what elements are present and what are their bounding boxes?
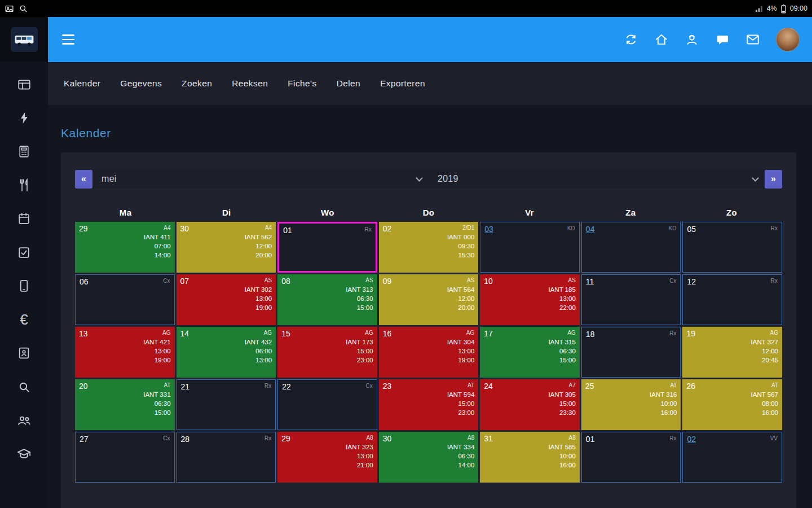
calendar-cell[interactable]: 11Cx [581,274,681,325]
battery-percent: 4% [767,5,777,12]
sidebar-item-tasks[interactable] [0,236,48,270]
calendar-cell[interactable]: 25ATIANT 31610:0016:00 [581,379,681,430]
calendar-grid: 29A4IANT 41107:0014:0030A4IANT 56212:002… [75,222,782,483]
calendar-cell[interactable]: 12Rx [682,274,782,325]
avatar[interactable] [776,28,800,51]
cell-shift-details: IANT 41107:0014:00 [144,233,171,260]
calendar-cell[interactable]: 07ASIANT 30213:0019:00 [176,274,276,325]
chat-icon[interactable] [715,32,730,47]
month-navigation: « mei 2019 » [75,169,782,189]
calendar-cell[interactable]: 13AGIANT 42113:0019:00 [75,327,175,378]
cell-shift-details: IANT 30515:0023:30 [548,390,575,417]
checkbox-icon [17,246,31,260]
cell-shift-code: AS [568,277,576,283]
sidebar-item-restaurant[interactable] [0,169,48,203]
sync-icon[interactable] [624,32,638,47]
calendar-cell[interactable]: 16AGIANT 30413:0019:00 [379,327,479,378]
cell-shift-details: IANT 30213:0019:00 [245,285,272,312]
calendar-cell[interactable]: 17AGIANT 31506:3015:00 [480,327,580,378]
calendar-cell[interactable]: 04KD [581,222,681,273]
nav-item-exporteren[interactable]: Exporteren [380,78,425,89]
sidebar-item-education[interactable] [0,437,48,471]
cell-day-number[interactable]: 03 [484,225,493,234]
cell-day-number: 31 [484,434,493,443]
restaurant-icon [17,178,31,192]
calendar-cell[interactable]: 30A4IANT 56212:0020:00 [176,222,276,273]
sidebar-item-device[interactable] [0,269,48,303]
sidebar-item-flash[interactable] [0,102,48,135]
calendar-cell[interactable]: 08ASIANT 31306:3015:00 [277,274,377,325]
weekday-header: Ma Di Wo Do Vr Za Zo [75,208,782,217]
cell-day-number: 12 [687,277,696,286]
calendar-cell[interactable]: 22Cx [277,379,377,430]
cell-shift-code: AT [771,382,778,388]
menu-button[interactable] [62,34,76,45]
sidebar-item-calendar[interactable] [0,202,48,236]
calendar-cell[interactable]: 29A8IANT 32313:0021:00 [277,432,377,483]
cell-shift-code: A4 [265,225,272,231]
sidebar: € [0,17,48,508]
calendar-cell[interactable]: 09ASIANT 56412:0020:00 [379,274,479,325]
calendar-cell[interactable]: 19AGIANT 32712:0020:45 [682,327,782,378]
calendar-cell[interactable]: 31A8IANT 58510:0016:00 [480,432,580,483]
cell-shift-code: AG [567,330,575,336]
sidebar-item-contacts[interactable] [0,336,48,370]
cell-day-number: 30 [180,224,189,233]
cell-shift-details: IANT 56708:0016:00 [751,390,778,417]
cell-shift-details: IANT 18513:0022:00 [548,285,575,312]
calendar-cell[interactable]: 15AGIANT 17315:0023:00 [277,327,377,378]
calendar-cell[interactable]: 28Rx [176,432,276,483]
calendar-cell[interactable]: 01Rx [581,432,681,483]
sidebar-item-cards[interactable] [0,68,48,102]
calendar-cell[interactable]: 20ATIANT 33106:3015:00 [75,379,175,430]
nav-item-reeksen[interactable]: Reeksen [232,78,268,89]
cell-shift-code: Rx [264,383,271,389]
home-icon[interactable] [654,32,669,47]
calendar-cell[interactable]: 27Cx [75,432,175,483]
calendar-cell[interactable]: 06Cx [75,274,175,325]
cell-shift-code: AS [365,277,373,283]
calendar-cell[interactable]: 022/D1IANT 00009:3015:30 [379,222,479,273]
nav-item-delen[interactable]: Delen [337,78,361,89]
cell-day-number: 23 [383,382,392,391]
calendar-cell[interactable]: 29A4IANT 41107:0014:00 [75,222,175,273]
calendar-cell[interactable]: 21Rx [176,379,276,430]
nav-item-gegevens[interactable]: Gegevens [120,78,162,89]
nav-item-fiches[interactable]: Fiche's [288,78,316,89]
calendar-cell[interactable]: 23ATIANT 59415:0023:00 [379,379,479,430]
sidebar-item-calculator[interactable] [0,135,48,169]
tablet-icon [17,279,31,293]
nav-item-kalender[interactable]: Kalender [64,78,100,89]
calendar-cell[interactable]: 26ATIANT 56708:0016:00 [682,379,782,430]
calendar-cell[interactable]: 03KD [480,222,580,273]
cell-shift-details: IANT 43206:0013:00 [245,338,272,365]
cell-day-number[interactable]: 04 [586,225,595,234]
sidebar-item-search[interactable] [0,370,48,404]
calendar-cell[interactable]: 18Rx [581,327,681,378]
sidebar-item-users[interactable] [0,404,48,437]
weekday-label: Zo [681,208,782,217]
cell-day-number: 26 [686,382,695,391]
cell-shift-details: IANT 56412:0020:00 [447,285,474,312]
calendar-cell[interactable]: 14AGIANT 43206:0013:00 [176,327,276,378]
calendar-cell[interactable]: 24A7IANT 30515:0023:30 [480,379,580,430]
calendar-cell[interactable]: 01Rx [277,222,377,273]
calendar-cell[interactable]: 05Rx [682,222,782,273]
cell-shift-code: Cx [365,383,372,389]
prev-month-button[interactable]: « [75,170,92,189]
mail-icon[interactable] [745,32,760,47]
next-month-button[interactable]: » [765,170,782,189]
calendar-cell[interactable]: 10ASIANT 18513:0022:00 [480,274,580,325]
agent-icon[interactable] [685,32,699,47]
cell-day-number[interactable]: 02 [687,435,696,444]
users-icon [16,413,32,428]
calendar-cell[interactable]: 30A8IANT 33406:3014:00 [379,432,479,483]
year-select[interactable]: 2019 [429,169,765,189]
nav-item-zoeken[interactable]: Zoeken [182,78,212,89]
status-clock: 09:00 [790,5,807,12]
month-select[interactable]: mei [92,169,429,189]
sidebar-item-finance[interactable]: € [0,303,48,337]
cell-shift-code: Cx [163,278,170,284]
search-icon [17,380,31,394]
calendar-cell[interactable]: 02VV [682,432,782,483]
